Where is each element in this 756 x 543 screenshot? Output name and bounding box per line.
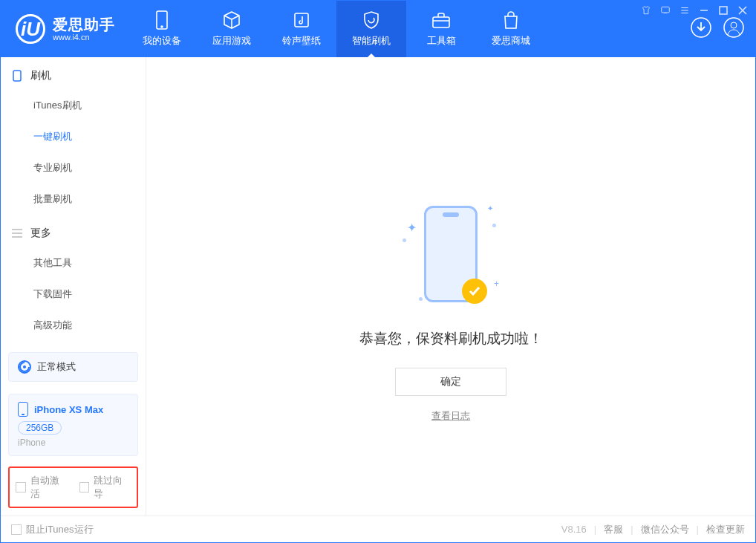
checkbox-icon <box>11 524 22 535</box>
toolbox-icon <box>431 10 451 30</box>
list-icon <box>11 227 23 239</box>
svg-point-7 <box>724 18 743 37</box>
phone-small-icon <box>11 70 23 82</box>
footer-link-support[interactable]: 客服 <box>604 523 623 536</box>
mode-label: 正常模式 <box>37 360 76 374</box>
sparkle-icon: ✦ <box>487 204 493 212</box>
close-button[interactable] <box>737 5 748 16</box>
section-title: 更多 <box>30 227 51 240</box>
sidebar-item-batch-flash[interactable]: 批量刷机 <box>1 183 146 215</box>
device-box[interactable]: iPhone XS Max 256GB iPhone <box>8 394 138 456</box>
status-bar: 阻止iTunes运行 V8.16 | 客服 | 微信公众号 | 检查更新 <box>1 516 755 542</box>
feedback-icon[interactable] <box>660 5 671 16</box>
normal-mode-icon <box>18 360 31 374</box>
checkbox-label: 自动激活 <box>30 474 68 501</box>
sidebar: 刷机 iTunes刷机 一键刷机 专业刷机 批量刷机 更多 其他工具 下载固件 … <box>1 57 146 516</box>
nav-store[interactable]: 爱思商城 <box>476 1 546 57</box>
view-log-link[interactable]: 查看日志 <box>431 409 470 423</box>
device-phone-icon <box>18 402 28 417</box>
checkbox-icon <box>79 482 90 492</box>
main-content: ✦ ✦ + 恭喜您，保资料刷机成功啦！ 确定 查看日志 <box>146 57 755 516</box>
app-logo: iU 爱思助手 www.i4.cn <box>1 1 127 57</box>
nav-label: 智能刷机 <box>352 34 391 48</box>
main-nav: 我的设备 应用游戏 铃声壁纸 智能刷机 工具箱 爱思商城 <box>127 1 546 57</box>
nav-smart-flash[interactable]: 智能刷机 <box>336 1 406 57</box>
menu-icon[interactable] <box>680 5 690 16</box>
cube-icon <box>222 10 241 30</box>
footer-link-wechat[interactable]: 微信公众号 <box>641 523 689 536</box>
device-name: iPhone XS Max <box>34 404 103 415</box>
sidebar-item-advanced[interactable]: 高级功能 <box>1 310 146 341</box>
svg-rect-5 <box>433 17 449 27</box>
app-body: 刷机 iTunes刷机 一键刷机 专业刷机 批量刷机 更多 其他工具 下载固件 … <box>1 57 755 516</box>
section-title: 刷机 <box>30 69 51 82</box>
nav-label: 爱思商城 <box>492 34 530 48</box>
device-type: iPhone <box>18 438 128 448</box>
download-icon[interactable] <box>690 16 712 42</box>
success-illustration: ✦ ✦ + <box>403 198 499 310</box>
checkbox-label: 跳过向导 <box>94 474 131 501</box>
nav-my-device[interactable]: 我的设备 <box>127 1 197 57</box>
shirt-icon[interactable] <box>641 5 651 16</box>
sparkle-icon: ✦ <box>407 221 417 235</box>
svg-point-8 <box>731 22 737 28</box>
version-label: V8.16 <box>561 524 587 535</box>
minimize-button[interactable] <box>699 5 709 16</box>
check-badge-icon <box>462 279 487 304</box>
shield-refresh-icon <box>362 10 381 30</box>
nav-label: 我的设备 <box>143 34 181 48</box>
svg-rect-1 <box>720 7 727 14</box>
sidebar-item-pro-flash[interactable]: 专业刷机 <box>1 152 146 183</box>
dot-icon <box>403 238 406 242</box>
footer-link-update[interactable]: 检查更新 <box>706 523 745 536</box>
checkbox-label: 阻止iTunes运行 <box>26 523 94 536</box>
checkbox-icon <box>16 482 26 492</box>
app-name: 爱思助手 <box>53 16 115 33</box>
device-capacity: 256GB <box>18 421 62 435</box>
highlighted-checkbox-row: 自动激活 跳过向导 <box>8 466 138 508</box>
logo-icon: iU <box>16 14 45 44</box>
nav-toolbox[interactable]: 工具箱 <box>406 1 476 57</box>
sidebar-section-more: 更多 <box>1 215 146 247</box>
footer-right: V8.16 | 客服 | 微信公众号 | 检查更新 <box>561 523 745 536</box>
svg-point-3 <box>161 26 163 27</box>
dot-icon <box>492 224 496 227</box>
block-itunes-checkbox[interactable]: 阻止iTunes运行 <box>11 523 94 536</box>
nav-ringtone-wallpaper[interactable]: 铃声壁纸 <box>267 1 336 57</box>
dot-icon <box>419 297 423 301</box>
nav-label: 工具箱 <box>427 34 456 48</box>
nav-label: 应用游戏 <box>212 34 251 48</box>
auto-activate-checkbox[interactable]: 自动激活 <box>16 474 68 501</box>
sidebar-item-oneclick-flash[interactable]: 一键刷机 <box>1 121 146 152</box>
user-icon[interactable] <box>723 16 745 42</box>
window-controls <box>641 5 748 16</box>
svg-rect-9 <box>13 71 21 81</box>
success-message: 恭喜您，保资料刷机成功啦！ <box>359 329 543 348</box>
device-icon <box>152 10 172 30</box>
maximize-button[interactable] <box>718 5 729 16</box>
app-header: iU 爱思助手 www.i4.cn 我的设备 应用游戏 铃声壁纸 智能刷机 工具… <box>1 1 755 57</box>
svg-point-10 <box>24 366 26 368</box>
sidebar-section-flash: 刷机 <box>1 57 146 90</box>
skip-guide-checkbox[interactable]: 跳过向导 <box>79 474 131 501</box>
mode-box[interactable]: 正常模式 <box>8 352 138 382</box>
shopping-bag-icon <box>501 10 521 30</box>
sparkle-icon: + <box>494 279 499 289</box>
svg-rect-4 <box>295 13 308 27</box>
app-url: www.i4.cn <box>53 33 115 42</box>
music-note-icon <box>292 10 311 30</box>
sidebar-item-itunes-flash[interactable]: iTunes刷机 <box>1 90 146 121</box>
confirm-button[interactable]: 确定 <box>395 368 506 396</box>
sidebar-item-other-tools[interactable]: 其他工具 <box>1 247 146 279</box>
nav-apps-games[interactable]: 应用游戏 <box>197 1 267 57</box>
sidebar-item-download-firmware[interactable]: 下载固件 <box>1 279 146 310</box>
svg-rect-0 <box>662 7 670 13</box>
nav-label: 铃声壁纸 <box>282 34 321 48</box>
